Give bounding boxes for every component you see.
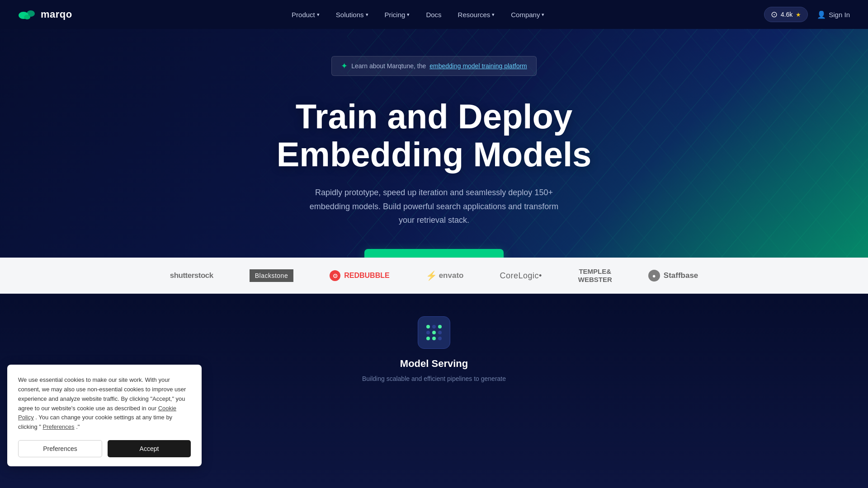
nav-product[interactable]: Product ▾ [292, 11, 320, 19]
logo-corelogic: CoreLogic• [500, 271, 542, 281]
logo-shutterstock: shutterstock [170, 271, 213, 280]
chevron-down-icon: ▾ [317, 12, 320, 18]
user-icon: 👤 [817, 10, 826, 19]
model-serving-icon-box [418, 316, 450, 349]
signin-label: Sign In [829, 11, 850, 19]
model-serving-description: Building scalable and efficient pipeline… [362, 375, 506, 382]
chevron-down-icon: ▾ [407, 12, 410, 18]
cookie-banner: We use essential cookies to make our sit… [7, 365, 202, 466]
nav-links: Product ▾ Solutions ▾ Pricing ▾ Docs Res… [292, 11, 544, 19]
nav-right: ⊙ 4.6k ★ 👤 Sign In [764, 7, 850, 22]
dot-3 [438, 325, 442, 328]
dot-8 [432, 337, 436, 340]
dot-9 [438, 337, 442, 340]
announcement-dot-icon: ✦ [341, 61, 348, 71]
chevron-down-icon: ▾ [366, 12, 368, 18]
redbubble-icon: ⊙ [330, 270, 340, 281]
chevron-down-icon: ▾ [492, 12, 495, 18]
hero-title: Train and Deploy Embedding Models [277, 98, 592, 173]
navbar: marqo Product ▾ Solutions ▾ Pricing ▾ Do… [0, 0, 868, 29]
model-serving-dots-icon [426, 325, 442, 340]
logo-icon [18, 7, 36, 22]
nav-solutions[interactable]: Solutions ▾ [336, 11, 368, 19]
announcement-text: Learn about Marqtune, the [351, 62, 426, 70]
model-serving-title: Model Serving [400, 358, 468, 370]
logo-redbubble: ⊙ REDBUBBLE [330, 270, 389, 281]
logo-text: marqo [41, 9, 72, 20]
preferences-button[interactable]: Preferences [18, 440, 102, 457]
github-badge[interactable]: ⊙ 4.6k ★ [764, 7, 808, 22]
hero-subtitle: Rapidly prototype, speed up iteration an… [307, 186, 561, 227]
hero-content: ✦ Learn about Marqtune, the embedding mo… [0, 29, 868, 272]
github-count: 4.6k [781, 11, 793, 18]
chevron-down-icon: ▾ [542, 12, 544, 18]
nav-resources[interactable]: Resources ▾ [458, 11, 495, 19]
dot-2 [432, 325, 436, 328]
dot-1 [426, 325, 430, 328]
cookie-preferences-inline-link[interactable]: Preferences [42, 423, 74, 430]
cookie-text: We use essential cookies to make our sit… [18, 375, 191, 432]
logo-envato: ⚡ envato [426, 270, 464, 281]
logos-strip: shutterstock Blackstone ⊙ REDBUBBLE ⚡ en… [0, 258, 868, 294]
nav-company[interactable]: Company ▾ [511, 11, 544, 19]
svg-point-4 [24, 15, 30, 19]
logo-temple-webster: TEMPLE& WEBSTER [578, 267, 612, 284]
staffbase-icon: ● [648, 270, 660, 282]
dot-4 [426, 331, 430, 334]
star-icon: ★ [796, 11, 801, 18]
dot-7 [426, 337, 430, 340]
nav-pricing[interactable]: Pricing ▾ [385, 11, 410, 19]
logo[interactable]: marqo [18, 7, 72, 22]
logo-blackstone: Blackstone [250, 269, 293, 282]
github-icon: ⊙ [771, 9, 778, 19]
accept-button[interactable]: Accept [108, 440, 191, 457]
cookie-buttons: Preferences Accept [18, 440, 191, 457]
dot-5 [432, 331, 436, 334]
announcement-link[interactable]: embedding model training platform [429, 62, 527, 70]
nav-docs[interactable]: Docs [426, 11, 441, 19]
signin-button[interactable]: 👤 Sign In [817, 10, 850, 19]
announcement-banner: ✦ Learn about Marqtune, the embedding mo… [331, 56, 537, 76]
logo-staffbase: ● Staffbase [648, 270, 698, 282]
envato-bolt-icon: ⚡ [426, 270, 437, 281]
dot-6 [438, 331, 442, 334]
